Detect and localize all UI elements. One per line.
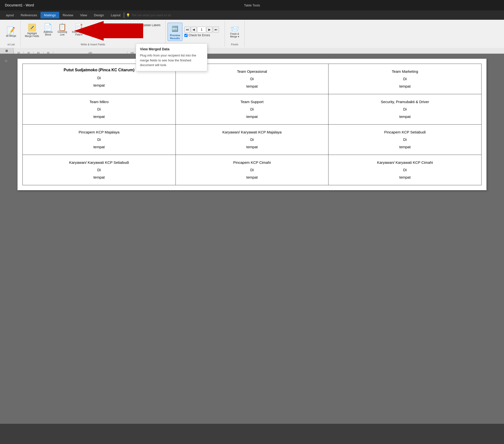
ruler-corner-icon: ⊞ bbox=[5, 49, 8, 53]
ruler-mark-2: 40 bbox=[23, 52, 33, 54]
tab-references[interactable]: References bbox=[17, 12, 40, 18]
tooltip-title: View Merged Data bbox=[140, 47, 203, 51]
ruler-mark-4: 80 bbox=[43, 52, 53, 54]
table-cell: Karyawan/ Karyawati KCP MajalayaDitempat bbox=[175, 125, 329, 155]
check-for-errors-btn[interactable]: Check for Errors bbox=[184, 34, 219, 37]
greeting-line-btn[interactable]: 📋 GreetingLine bbox=[56, 23, 69, 37]
title-bar: Document1 - Word Table Tools bbox=[0, 0, 504, 10]
cell-content: Security, Pramubakti & DriverDitempat bbox=[333, 98, 476, 120]
document-area: ✛ Putut Sudjatmoko (Pinca KC Citarum) Di… bbox=[0, 54, 504, 424]
table-cell: Team SupportDitempat bbox=[175, 94, 329, 125]
cell-content: Karyawan/ Karyawati KCP SetiabudiDitempa… bbox=[28, 159, 171, 181]
highlight-merge-fields-btn[interactable]: 🖊️ HighlightMerge Fields bbox=[23, 23, 41, 38]
cell-content: Team MarketingDitempat bbox=[333, 68, 476, 90]
nav-next-btn[interactable]: ▶ bbox=[207, 27, 213, 33]
table-cell: Team MarketingDitempat bbox=[329, 64, 482, 94]
edit-group-label: nt List bbox=[7, 42, 15, 46]
insert-merge-field-btn[interactable]: 📑 Insert MergeField ▾ bbox=[70, 23, 88, 37]
tab-layout-left[interactable]: ayout bbox=[2, 12, 17, 18]
document-title: Document1 - Word bbox=[5, 3, 34, 7]
address-block-icon: 📄 bbox=[44, 24, 52, 31]
table-row: Karyawan/ Karyawati KCP SetiabudiDitempa… bbox=[23, 155, 482, 185]
tell-me-text: Tell me what you want to do bbox=[132, 13, 171, 17]
address-block-btn[interactable]: 📄 AddressBlock bbox=[42, 23, 55, 37]
insert-merge-field-icon: 📑 bbox=[75, 24, 83, 31]
cell-content: Karyawan/ Karyawati KCP CimahiDitempat bbox=[333, 159, 476, 181]
rules-icon: 📐 bbox=[91, 24, 95, 28]
update-labels-btn[interactable]: 🔄 Update Labels bbox=[135, 23, 162, 28]
tab-mailings[interactable]: Mailings bbox=[40, 12, 59, 18]
table-cell: Security, Pramubakti & DriverDitempat bbox=[329, 94, 482, 125]
ruler-mark-1: 20 bbox=[14, 52, 23, 54]
ruler-mark-5: 160 bbox=[53, 52, 127, 54]
table-row: Putut Sudjatmoko (Pinca KC Citarum) Dite… bbox=[23, 64, 482, 94]
table-cell: Pincapem KCP MajalayaDitempat bbox=[23, 125, 176, 155]
write-insert-label: Write & Insert Fields bbox=[81, 42, 105, 46]
highlight-icon: 🖊️ bbox=[28, 24, 36, 32]
edit-icon: 📝 bbox=[7, 26, 15, 35]
rules-btn[interactable]: 📐 Rules ▾ bbox=[89, 24, 107, 29]
ruler: ⊞ 20 40 60 80 160 180 ⊞200 bbox=[0, 48, 504, 54]
preview-results-icon: 🔤 bbox=[170, 24, 180, 34]
nav-controls: ⏮ ◀ ▶ ⏭ bbox=[184, 27, 219, 33]
main-table: Putut Sudjatmoko (Pinca KC Citarum) Dite… bbox=[22, 64, 482, 185]
table-cell: Pincapem KCP SetiabudiDitempat bbox=[329, 125, 482, 155]
preview-results-label: PreviewResults bbox=[170, 34, 180, 40]
check-errors-checkbox[interactable] bbox=[184, 34, 188, 37]
doc-move-handle[interactable]: ✛ bbox=[4, 59, 8, 63]
tab-layout-right[interactable]: Layout bbox=[107, 12, 124, 18]
ribbon-tabs: ayout References Mailings Review View De… bbox=[0, 10, 504, 20]
finish-merge-icon: 📨 bbox=[230, 26, 239, 33]
table-row: Team MikroDitempat Team SupportDitempat … bbox=[23, 94, 482, 125]
group-preview-results: 🔤 PreviewResults ⏮ ◀ ▶ ⏭ Check for Error… bbox=[166, 21, 225, 47]
group-finish: 📨 Finish &Merge ▾ Finish bbox=[225, 21, 245, 47]
ruler-mark-6: 180 bbox=[127, 52, 137, 54]
doc-page: Putut Sudjatmoko (Pinca KC Citarum) Dite… bbox=[18, 59, 486, 190]
cell-content: Pincapem KCP SetiabudiDitempat bbox=[333, 129, 476, 151]
tooltip-body: Plug info from your recipient list into … bbox=[140, 53, 203, 68]
cell-content: Karyawan/ Karyawati KCP MajalayaDitempat bbox=[181, 129, 324, 151]
lightbulb-icon: 💡 bbox=[126, 13, 130, 17]
tooltip-view-merged-data: View Merged Data Plug info from your rec… bbox=[136, 43, 207, 71]
group-edit: 📝 dit Merge nt List bbox=[2, 21, 20, 47]
nav-last-btn[interactable]: ⏭ bbox=[213, 27, 219, 33]
cell-content: Pincapem KCP CimahiDitempat bbox=[181, 159, 324, 181]
table-tools-label: Table Tools bbox=[244, 3, 260, 7]
nav-prev-btn[interactable]: ◀ bbox=[191, 27, 197, 33]
tell-me-bar[interactable]: 💡 Tell me what you want to do bbox=[124, 12, 502, 18]
nav-first-btn[interactable]: ⏮ bbox=[184, 27, 190, 33]
group-write-insert: 🖊️ HighlightMerge Fields 📄 AddressBlock … bbox=[20, 21, 166, 47]
edit-merge-btn[interactable]: 📝 dit Merge bbox=[5, 25, 17, 38]
finish-merge-btn[interactable]: 📨 Finish &Merge ▾ bbox=[228, 22, 241, 42]
tab-review[interactable]: Review bbox=[59, 12, 77, 18]
ruler-inner: 20 40 60 80 160 180 ⊞200 bbox=[14, 48, 147, 54]
greeting-line-icon: 📋 bbox=[58, 24, 67, 31]
cell-content: Pincapem KCP MajalayaDitempat bbox=[28, 129, 171, 151]
match-fields-icon: 🔗 bbox=[110, 23, 114, 27]
cell-content: Team MikroDitempat bbox=[28, 98, 171, 120]
ribbon-content: 📝 dit Merge nt List 🖊️ HighlightMerge Fi… bbox=[0, 20, 504, 48]
cell-content: Team OperasionalDitempat bbox=[181, 68, 324, 90]
ruler-mark-3: 60 bbox=[33, 52, 43, 54]
table-cell: Pincapem KCP CimahiDitempat bbox=[175, 155, 329, 185]
tab-design[interactable]: Design bbox=[91, 12, 107, 18]
ruler-corner: ⊞ bbox=[0, 48, 14, 54]
update-labels-icon: 🔄 bbox=[137, 23, 140, 27]
tab-view[interactable]: View bbox=[77, 12, 91, 18]
finish-group-label: Finish bbox=[231, 42, 238, 46]
table-cell: Team MikroDitempat bbox=[23, 94, 176, 125]
cell-content: Ditempat bbox=[28, 74, 171, 89]
match-fields-btn[interactable]: 🔗 Match Fields bbox=[108, 23, 134, 28]
table-cell: Karyawan/ Karyawati KCP CimahiDitempat bbox=[329, 155, 482, 185]
nav-page-input[interactable] bbox=[197, 27, 206, 33]
table-cell: Karyawan/ Karyawati KCP SetiabudiDitempa… bbox=[23, 155, 176, 185]
table-row: Pincapem KCP MajalayaDitempat Karyawan/ … bbox=[23, 125, 482, 155]
cell-content: Team SupportDitempat bbox=[181, 98, 324, 120]
preview-results-btn[interactable]: 🔤 PreviewResults bbox=[168, 23, 182, 41]
